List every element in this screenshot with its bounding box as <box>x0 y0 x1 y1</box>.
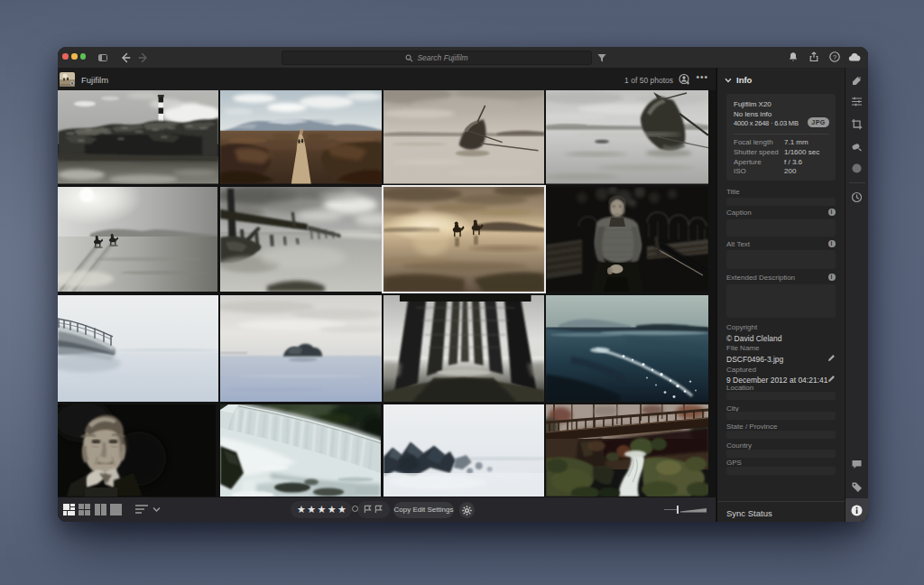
svg-text:?: ? <box>832 53 836 61</box>
